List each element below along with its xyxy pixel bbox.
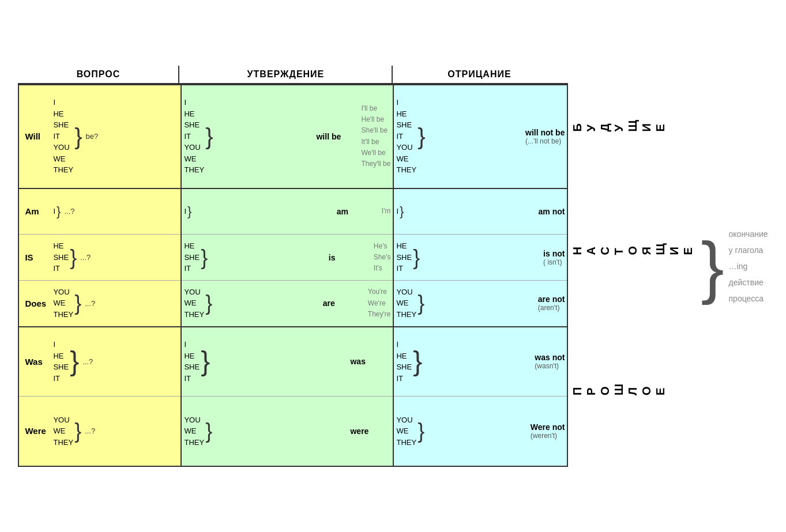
annotation-line1: окончание [729,229,768,239]
time-block-past: П Р О Ш Л О Е [570,319,695,460]
present-verb-am: Am [21,206,53,216]
utv-past-were-pronouns: YOUWETHEY [184,414,204,448]
past-verb-was: Was [21,357,53,367]
utv-present-are: YOUWETHEY } are You'reWe'reThey're [182,281,393,326]
utv-present-is-verb: is [329,253,369,262]
present-does-brace: } [74,293,81,314]
vopros-future-row: Will IHESHEITYOUWETHEY } be? [19,85,180,188]
future-brace: } [74,125,82,148]
annotation-brace: } [701,232,724,301]
present-am-brace: } [57,205,61,218]
past-verb-were: Were [21,426,53,436]
otr-present-is-pronouns: HESHEIT [396,240,412,274]
past-was-pronouns: IHESHEIT [53,339,69,384]
time-block-present: Н А С Т О Я Щ И Е [570,179,695,319]
otr-present-is: HESHEIT } is not ( isn't) [394,235,567,281]
otr-present-am-brace: } [400,205,404,218]
time-labels: Б У Д У Щ И Е Н А С Т О Я Щ [570,73,695,460]
past-was-pronoun-group: IHESHEIT } ...? [53,339,178,384]
present-am-ending: ...? [64,207,74,216]
section-present: Am I } ...? IS HESHEIT } ...? [19,189,567,327]
utv-present-are-pg: YOUWETHEY } [184,286,318,320]
present-time-label: Н А С Т О Я Щ И Е [570,242,695,255]
otr-present-is-pg: HESHEIT } [396,240,539,274]
utv-present-are-pronouns: YOUWETHEY [184,286,204,320]
otr-present-am-verb: am not [539,207,565,216]
past-were-pronoun-group: YOUWETHEY } ...? [53,414,178,448]
otr-present-is-sub: ( isn't) [543,258,565,266]
otr-present-are-sub: (aren't) [538,304,565,312]
annotation-line4: действие [729,278,764,287]
present-does-pronouns: YOUWETHEY [53,286,73,320]
otr-past-was-verb-block: was not (wasn't) [535,353,565,370]
main-table: ВОПРОС УТВЕРЖДЕНИЕ ОТРИЦАНИЕ Will IHESHE… [18,66,568,467]
utv-present-am-pg: I } [184,205,332,218]
otr-past-were: YOUWETHEY } Were not (weren't) [394,397,567,466]
otr-future-row: IHESHEITYOUWETHEY } will not be (...'ll … [394,85,567,188]
vopros-past: Was IHESHEIT } ...? Were YOUWETHEY } [19,327,180,466]
past-were-ending: ...? [85,427,95,435]
utv-present-am-pronouns: I [184,206,186,217]
utv-present-am: I } am I'm [182,189,393,235]
header-row: ВОПРОС УТВЕРЖДЕНИЕ ОТРИЦАНИЕ [18,66,568,84]
otr-past: IHESHEIT } was not (wasn't) YOUWETHEY } [394,327,567,466]
utv-present-are-contractions: You'reWe'reThey're [368,286,391,320]
utv-future-contractions: I'll beHe'll beShe'll beIt'll beWe'll be… [361,103,390,169]
utv-past-was: IHESHEIT } was [182,327,393,397]
annotation-text-block: окончание у глагола …ing действие процес… [729,226,768,307]
otr-present-are-pg: YOUWETHEY } [396,286,533,320]
present-verb-is: IS [21,252,53,262]
otr-present-am-pronouns: I [396,206,398,217]
page-container: ВОПРОС УТВЕРЖДЕНИЕ ОТРИЦАНИЕ Will IHESHE… [6,54,779,478]
otr-present: I } am not HESHEIT } [394,189,567,326]
header-utverzhdenie: УТВЕРЖДЕНИЕ [179,66,393,83]
vopros-present-does: Does YOUWETHEY } ...? [19,281,180,326]
otr-past-were-brace: } [418,421,424,442]
past-was-ending: ...? [82,357,93,366]
header-otritsanie: ОТРИЦАНИЕ [393,66,566,83]
section-future: Will IHESHEITYOUWETHEY } be? [19,85,567,189]
utv-past-was-pg: IHESHEIT } [184,339,345,384]
utv-past-was-pronouns: IHESHEIT [184,339,200,384]
annotation-line2: у глагола [729,246,764,255]
utv-future-verb: will be [316,132,356,141]
present-am-pronoun-group: I } ...? [53,205,178,218]
utv-future-pronouns: IHESHEITYOUWETHEY [184,97,204,176]
vopros-future: Will IHESHEITYOUWETHEY } be? [19,85,180,188]
utv-present-is-brace: } [201,247,208,268]
otr-future-sub: (...'ll not be) [525,137,565,145]
header-vopros: ВОПРОС [18,66,179,83]
utv-past-was-verb: was [350,357,390,366]
otr-present-are-verb: are not [538,295,565,304]
otr-present-are-brace: } [418,293,424,314]
future-ending: be? [85,132,98,141]
otr-present-am-pg: I } [396,205,533,218]
vopros-present-am: Am I } ...? [19,189,180,235]
section-past: Was IHESHEIT } ...? Were YOUWETHEY } [19,327,567,466]
right-side: Б У Д У Щ И Е Н А С Т О Я Щ [570,73,768,460]
utv-past-were-brace: } [205,421,212,442]
otr-present-am: I } am not [394,189,567,235]
otr-future-pronoun-group: IHESHEITYOUWETHEY } [396,97,521,176]
present-does-pronoun-group: YOUWETHEY } ...? [53,286,178,320]
otr-past-were-verb: Were not [531,422,565,432]
otr-future-verb: will not be [525,128,565,137]
utv-future-brace: } [205,125,213,148]
past-were-pronouns: YOUWETHEY [53,414,73,448]
otr-present-is-verb-block: is not ( isn't) [543,249,565,266]
utv-present-are-brace: } [205,293,212,314]
vopros-present-is: IS HESHEIT } ...? [19,235,180,281]
otr-past-was-pronouns: IHESHEIT [396,339,412,384]
present-is-pronoun-group: HESHEIT } ...? [53,240,178,274]
utv-present-am-contractions: I'm [382,206,391,217]
otr-present-are-verb-block: are not (aren't) [538,295,565,312]
utv-present-is: HESHEIT } is He'sShe'sIt's [182,235,393,281]
present-does-ending: ...? [85,299,95,308]
utv-future-pronoun-group: IHESHEITYOUWETHEY } [184,97,311,176]
utv-past-was-brace: } [201,348,210,375]
past-were-brace: } [74,421,81,442]
vopros-past-was: Was IHESHEIT } ...? [19,327,180,397]
future-pronoun-group: IHESHEITYOUWETHEY } be? [53,97,178,176]
annotation-wrapper: } окончание у глагола …ing действие проц… [701,196,768,337]
present-is-ending: ...? [80,253,91,262]
